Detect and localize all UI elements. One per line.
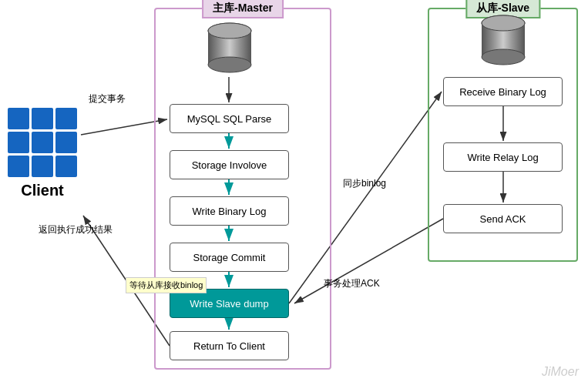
submit-transaction-label: 提交事务	[89, 92, 126, 105]
write-binary-log-box: Write Binary Log	[170, 196, 289, 226]
grid-cell	[32, 156, 53, 177]
svg-point-19	[208, 23, 251, 38]
watermark: JiMoer	[542, 365, 579, 379]
receive-binary-log-box: Receive Binary Log	[443, 77, 563, 106]
master-title: 主库-Master	[202, 0, 284, 18]
slave-db-icon	[479, 14, 527, 69]
storage-involve-box: Storage Involove	[170, 150, 289, 179]
grid-cell	[8, 156, 29, 177]
grid-cell	[55, 156, 77, 177]
diagram-container: Client 主库-Master 从库-Slave	[0, 0, 588, 385]
client-grid	[8, 108, 77, 177]
transaction-ack-label: 事务处理ACK	[324, 277, 380, 290]
write-relay-log-box: Write Relay Log	[443, 142, 563, 172]
grid-cell	[55, 108, 77, 129]
grid-cell	[32, 132, 53, 153]
client-section: Client	[8, 108, 77, 199]
return-result-label: 返回执行成功结果	[39, 223, 113, 236]
sync-binlog-label: 同步binlog	[343, 177, 386, 190]
grid-cell	[55, 132, 77, 153]
storage-commit-box: Storage Commit	[170, 243, 289, 272]
svg-point-18	[208, 57, 251, 72]
grid-cell	[8, 132, 29, 153]
return-to-client-box: Return To Client	[170, 331, 289, 360]
svg-point-22	[482, 49, 525, 65]
svg-point-23	[482, 15, 525, 31]
grid-cell	[8, 108, 29, 129]
send-ack-box: Send ACK	[443, 204, 563, 233]
client-label: Client	[8, 182, 77, 199]
grid-cell	[32, 108, 53, 129]
sql-parse-box: MySQL SQL Parse	[170, 104, 289, 133]
master-db-icon	[206, 22, 254, 77]
wait-binlog-label: 等待从库接收binlog	[126, 277, 207, 293]
